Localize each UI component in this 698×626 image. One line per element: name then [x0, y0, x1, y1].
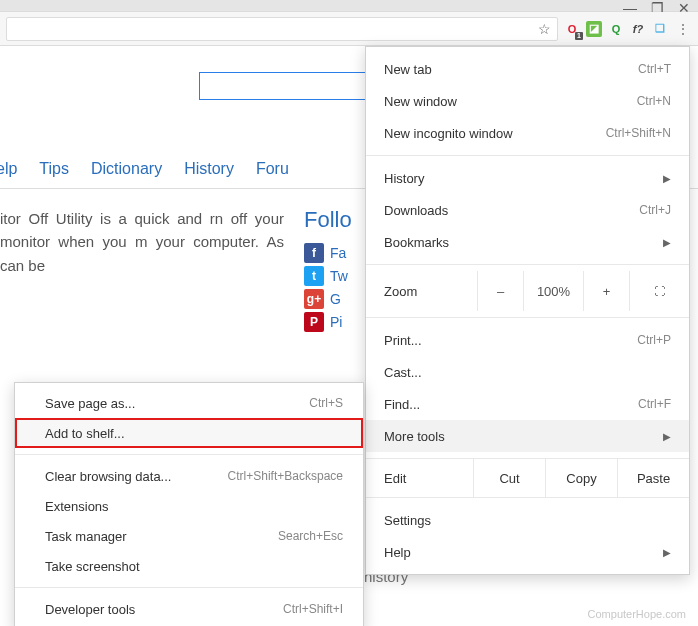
menu-item-new-incognito[interactable]: New incognito windowCtrl+Shift+N — [366, 117, 689, 149]
submenu-developer-tools[interactable]: Developer toolsCtrl+Shift+I — [15, 594, 363, 624]
zoom-in-button[interactable]: + — [583, 271, 629, 311]
twitter-link[interactable]: Tw — [330, 268, 348, 284]
menu-separator — [15, 454, 363, 455]
menu-zoom-row: Zoom – 100% + ⛶ — [366, 271, 689, 311]
cut-button[interactable]: Cut — [473, 458, 545, 498]
extension-icon-3[interactable]: f? — [630, 21, 646, 37]
submenu-add-to-shelf[interactable]: Add to shelf... — [15, 418, 363, 448]
nav-link-tips[interactable]: Tips — [39, 160, 69, 178]
menu-separator — [366, 155, 689, 156]
nav-link-history[interactable]: History — [184, 160, 234, 178]
menu-item-bookmarks[interactable]: Bookmarks▶ — [366, 226, 689, 258]
menu-item-settings[interactable]: Settings — [366, 504, 689, 536]
nav-link-help[interactable]: elp — [0, 160, 17, 178]
extension-icon-0[interactable]: O1 — [564, 21, 580, 37]
menu-item-help[interactable]: Help▶ — [366, 536, 689, 568]
submenu-clear-browsing-data[interactable]: Clear browsing data...Ctrl+Shift+Backspa… — [15, 461, 363, 491]
menu-item-new-window[interactable]: New windowCtrl+N — [366, 85, 689, 117]
nav-link-dictionary[interactable]: Dictionary — [91, 160, 162, 178]
chevron-right-icon: ▶ — [663, 173, 671, 184]
menu-item-find[interactable]: Find...Ctrl+F — [366, 388, 689, 420]
zoom-out-button[interactable]: – — [477, 271, 523, 311]
menu-item-history[interactable]: History▶ — [366, 162, 689, 194]
menu-item-print[interactable]: Print...Ctrl+P — [366, 324, 689, 356]
chevron-right-icon: ▶ — [663, 237, 671, 248]
submenu-take-screenshot[interactable]: Take screenshot — [15, 551, 363, 581]
submenu-task-manager[interactable]: Task managerSearch+Esc — [15, 521, 363, 551]
menu-item-downloads[interactable]: DownloadsCtrl+J — [366, 194, 689, 226]
edit-label: Edit — [384, 471, 473, 486]
extension-icon-1[interactable]: ◪ — [586, 21, 602, 37]
twitter-icon[interactable]: t — [304, 266, 324, 286]
follow-heading: Follo — [304, 207, 352, 233]
submenu-save-page[interactable]: Save page as...Ctrl+S — [15, 388, 363, 418]
paste-button[interactable]: Paste — [617, 458, 689, 498]
extension-badge: 1 — [575, 32, 583, 40]
chevron-right-icon: ▶ — [663, 547, 671, 558]
googleplus-link[interactable]: G — [330, 291, 341, 307]
window-titlebar — [0, 0, 698, 12]
menu-separator — [366, 317, 689, 318]
submenu-extensions[interactable]: Extensions — [15, 491, 363, 521]
browser-toolbar: ☆ O1 ◪ Q f? ❏ ⋮ — [0, 12, 698, 46]
address-bar[interactable]: ☆ — [6, 17, 558, 41]
zoom-value: 100% — [523, 271, 583, 311]
menu-separator — [366, 264, 689, 265]
chrome-menu-button[interactable]: ⋮ — [674, 17, 692, 41]
googleplus-icon[interactable]: g+ — [304, 289, 324, 309]
chrome-main-menu: New tabCtrl+T New windowCtrl+N New incog… — [365, 46, 690, 575]
menu-edit-row: Edit Cut Copy Paste — [366, 458, 689, 498]
bookmark-star-icon[interactable]: ☆ — [538, 21, 551, 37]
fullscreen-button[interactable]: ⛶ — [629, 271, 689, 311]
facebook-icon[interactable]: f — [304, 243, 324, 263]
nav-link-forum[interactable]: Foru — [256, 160, 289, 178]
article-text: itor Off Utility is a quick and rn off y… — [0, 207, 300, 335]
extension-icons: O1 ◪ Q f? ❏ — [564, 21, 668, 37]
extension-icon-2[interactable]: Q — [608, 21, 624, 37]
menu-item-cast[interactable]: Cast... — [366, 356, 689, 388]
menu-separator — [15, 587, 363, 588]
menu-item-new-tab[interactable]: New tabCtrl+T — [366, 53, 689, 85]
watermark: ComputerHope.com — [588, 608, 686, 620]
zoom-label: Zoom — [384, 284, 477, 299]
copy-button[interactable]: Copy — [545, 458, 617, 498]
facebook-link[interactable]: Fa — [330, 245, 346, 261]
pinterest-icon[interactable]: P — [304, 312, 324, 332]
pinterest-link[interactable]: Pi — [330, 314, 342, 330]
more-tools-submenu: Save page as...Ctrl+S Add to shelf... Cl… — [14, 382, 364, 626]
extension-icon-4[interactable]: ❏ — [652, 21, 668, 37]
chevron-right-icon: ▶ — [663, 431, 671, 442]
menu-item-more-tools[interactable]: More tools▶ — [366, 420, 689, 452]
